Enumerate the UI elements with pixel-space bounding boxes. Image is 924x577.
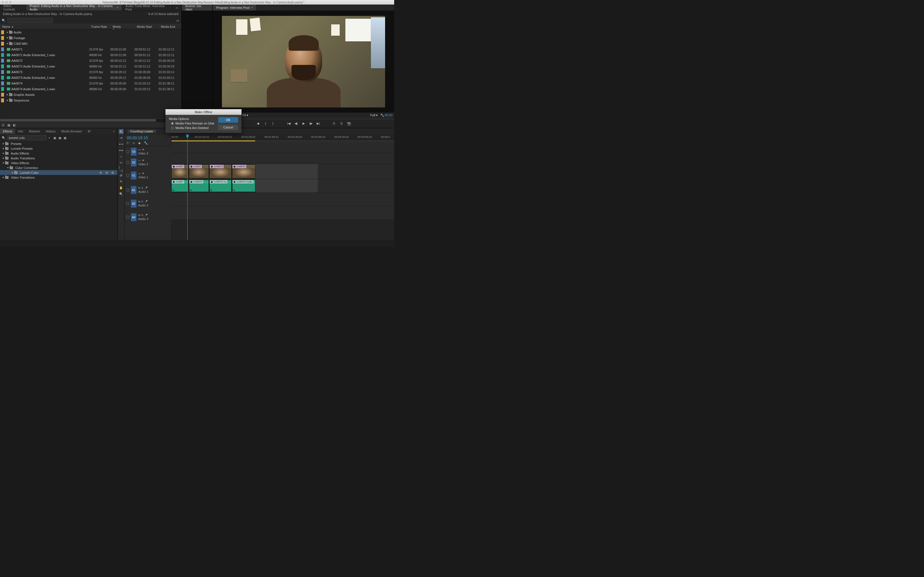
snap-icon[interactable]: ⊢: [127, 141, 130, 145]
lock-icon[interactable]: [126, 150, 129, 153]
track-lane-v3[interactable]: [171, 142, 394, 153]
project-search-input[interactable]: [7, 18, 53, 23]
hand-tool-icon[interactable]: ✋: [119, 185, 123, 190]
voice-icon[interactable]: 🎤: [144, 200, 147, 203]
effects-tree-item[interactable]: Lumetri Presets: [0, 146, 118, 151]
disclosure-triangle-icon[interactable]: [7, 167, 9, 168]
eye-icon[interactable]: 👁: [142, 159, 144, 162]
disclosure-triangle-icon[interactable]: [3, 157, 4, 159]
effects-tree-item[interactable]: Video Transitions: [0, 175, 118, 180]
effects-search-input[interactable]: [7, 135, 47, 140]
cancel-button[interactable]: Cancel: [218, 124, 238, 130]
effects-tree-item[interactable]: Presets: [0, 141, 118, 146]
disclosure-triangle-icon[interactable]: [7, 94, 8, 95]
disclosure-triangle-icon[interactable]: [3, 143, 4, 145]
eye-icon[interactable]: 👁: [142, 148, 144, 151]
disclosure-triangle-icon[interactable]: [6, 37, 8, 39]
lock-icon[interactable]: [126, 216, 129, 219]
mute-icon[interactable]: M: [138, 200, 141, 203]
timeline-ruler[interactable]: 00:0000:00:29:2300:00:59:2200:01:29:2100…: [171, 134, 394, 142]
icon-view-icon[interactable]: ▦: [7, 123, 11, 127]
project-item[interactable]: Footage: [0, 35, 181, 41]
project-item[interactable]: Audio: [0, 29, 181, 35]
track-header-a3[interactable]: A3MS🎤Audio 3: [124, 210, 171, 224]
slip-tool-icon[interactable]: |↔|: [119, 167, 123, 171]
fx-badge-yuv-icon[interactable]: ▣: [63, 136, 67, 140]
project-item[interactable]: AA007323.976 fps00:00:28:1201:00:35:0001…: [0, 69, 181, 75]
disclosure-triangle-icon[interactable]: [7, 100, 8, 101]
tabs-overflow-icon[interactable]: »: [110, 129, 118, 134]
disclosure-triangle-icon[interactable]: [6, 43, 8, 44]
effects-tree-item[interactable]: Lumetri Color▣ ▣ ▣: [0, 170, 118, 175]
track-header-a1[interactable]: A1MS🎤Audio 1: [124, 183, 171, 197]
project-item[interactable]: C300 MKI: [0, 41, 181, 47]
tab-audio-track-mixer[interactable]: Audio Track Mixer: Interview Pool: [122, 5, 173, 10]
ok-button[interactable]: OK: [218, 117, 238, 123]
video-clip[interactable]: ▣ AA0074: [232, 164, 255, 178]
project-item[interactable]: AA0074 Audio Extracted_1.wav48000 Hz00:0…: [0, 86, 181, 92]
pen-tool-icon[interactable]: ✎: [119, 179, 123, 184]
traffic-lights[interactable]: [2, 1, 11, 3]
track-lane-a2[interactable]: [171, 193, 394, 206]
lock-icon[interactable]: [126, 202, 129, 205]
project-item[interactable]: Graphic Assets: [0, 92, 181, 98]
solo-icon[interactable]: S: [142, 200, 143, 203]
effects-tab[interactable]: M: [85, 129, 93, 134]
tab-source[interactable]: Source: (no clips): [182, 5, 213, 10]
solo-icon[interactable]: S: [142, 214, 143, 217]
voice-icon[interactable]: 🎤: [144, 187, 147, 189]
tab-project[interactable]: Project: Editing Audio in a Non Destruct…: [26, 5, 122, 10]
video-clip[interactable]: ▣ AA0073: [210, 164, 231, 178]
mark-in-icon[interactable]: {: [263, 121, 268, 126]
settings-icon[interactable]: 🔧: [380, 113, 384, 118]
video-clip[interactable]: ▣ AA007: [171, 164, 189, 178]
project-item[interactable]: AA007223.976 fps00:00:22:1201:00:12:1201…: [0, 58, 181, 63]
program-monitor-viewport[interactable]: [213, 11, 394, 113]
slide-tool-icon[interactable]: ⇄: [119, 173, 123, 177]
fx-badge-accel-icon[interactable]: ▣: [53, 136, 57, 140]
go-to-out-icon[interactable]: ▶|: [316, 121, 321, 126]
voice-icon[interactable]: 🎤: [144, 214, 147, 217]
toggle-output-icon[interactable]: ▭: [138, 172, 141, 175]
effects-tab[interactable]: Info: [15, 129, 26, 134]
mute-icon[interactable]: M: [138, 187, 141, 189]
tab-menu-icon[interactable]: ≡: [251, 6, 253, 9]
disclosure-triangle-icon[interactable]: [3, 148, 4, 150]
sequence-tab[interactable]: Counting Leader: [128, 130, 156, 133]
effects-tab[interactable]: Media Browser: [58, 129, 85, 134]
track-lane-v2[interactable]: [171, 153, 394, 164]
project-item[interactable]: AA007123.976 fps00:00:21:0000:59:51:1201…: [0, 47, 181, 52]
disclosure-triangle-icon[interactable]: [3, 177, 4, 178]
minimize-window-icon[interactable]: [5, 1, 8, 3]
track-target[interactable]: V2: [131, 158, 137, 166]
project-item[interactable]: Sequences: [0, 98, 181, 103]
disclosure-triangle-icon[interactable]: [3, 153, 4, 154]
track-header-v3[interactable]: V3▭👁Video 3: [124, 146, 171, 157]
mute-icon[interactable]: M: [138, 214, 141, 217]
audio-clip[interactable]: ▣ AA007fx: [171, 180, 189, 192]
project-item[interactable]: AA0072 Audio Extracted_1.wav48000 Hz00:0…: [0, 63, 181, 69]
ripple-edit-tool-icon[interactable]: ⟷: [119, 142, 123, 146]
audio-clip[interactable]: ▣ AA0073 Aufx: [210, 180, 231, 192]
close-window-icon[interactable]: [2, 1, 4, 3]
track-target[interactable]: V3: [131, 148, 137, 156]
eye-icon[interactable]: 👁: [142, 172, 144, 175]
project-columns-header[interactable]: Name ∧ Frame Rate Media Duration Media S…: [0, 24, 181, 29]
timeline-timecode[interactable]: 00:00:19:15: [124, 134, 171, 141]
new-bin-icon[interactable]: ▭: [176, 19, 179, 22]
add-marker-icon[interactable]: ◆: [256, 121, 260, 126]
track-header-a2[interactable]: A2MS🎤Audio 2: [124, 197, 171, 210]
tabs-overflow-icon[interactable]: »: [173, 5, 181, 10]
rate-stretch-tool-icon[interactable]: ↔: [119, 154, 123, 159]
lock-icon[interactable]: [126, 174, 129, 177]
step-forward-icon[interactable]: |▶: [309, 121, 313, 126]
play-icon[interactable]: ▶: [301, 121, 306, 126]
rolling-edit-tool-icon[interactable]: ⟺: [119, 148, 123, 153]
zoom-window-icon[interactable]: [9, 1, 11, 3]
toggle-output-icon[interactable]: ▭: [138, 148, 141, 151]
list-view-icon[interactable]: ☰: [2, 123, 5, 127]
fx-badge-32bit-icon[interactable]: ▣: [58, 136, 62, 140]
mark-out-icon[interactable]: }: [271, 121, 275, 126]
lock-icon[interactable]: [126, 189, 129, 192]
video-clip[interactable]: ▣ AA007: [189, 164, 209, 178]
